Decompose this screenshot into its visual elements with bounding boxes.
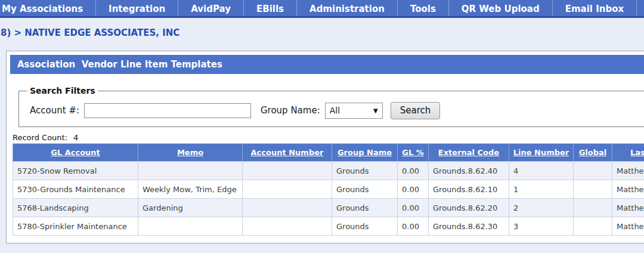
- cell-line-number: 4: [509, 162, 574, 180]
- column-header-memo[interactable]: Memo: [138, 144, 243, 162]
- line-item-templates-table: GL Account Memo Account Number Group Nam…: [13, 143, 644, 236]
- table-row: 5780-Sprinkler Maintenance Grounds 0.00 …: [13, 217, 644, 236]
- cell-line-number: 2: [509, 199, 574, 217]
- cell-memo: Weekly Mow, Trim, Edge: [138, 180, 243, 199]
- column-header-external-code[interactable]: External Code: [429, 144, 509, 162]
- search-filters-legend: Search Filters: [27, 86, 98, 95]
- cell-gl-pct: 0.00: [398, 162, 429, 180]
- main-panel: Association Vendor Line Item Templates S…: [6, 51, 644, 243]
- nav-item-tools[interactable]: Tools: [398, 0, 449, 16]
- account-number-label: Account #:: [30, 105, 79, 116]
- search-button[interactable]: Search: [391, 102, 441, 119]
- cell-account-number: [243, 199, 332, 217]
- cell-group-name: Grounds: [332, 180, 398, 199]
- table-header-row: GL Account Memo Account Number Group Nam…: [13, 144, 644, 162]
- cell-external-code: Grounds.8.62.20: [429, 199, 509, 217]
- cell-gl-pct: 0.00: [398, 180, 429, 199]
- table-row: 5720-Snow Removal Grounds 0.00 Grounds.8…: [13, 162, 644, 180]
- top-nav-bar: My Associations Integration AvidPay EBil…: [0, 0, 644, 18]
- cell-global: [574, 199, 612, 217]
- cell-group-name: Grounds: [332, 217, 398, 236]
- column-header-gl-pct[interactable]: GL %: [398, 144, 429, 162]
- cell-account-number: [243, 217, 332, 236]
- record-count-label: Record Count:: [13, 133, 67, 142]
- cell-last-modified: Matthew: [612, 180, 644, 199]
- cell-account-number: [243, 162, 332, 180]
- column-header-global[interactable]: Global: [574, 144, 612, 162]
- column-header-line-number[interactable]: Line Number: [509, 144, 574, 162]
- cell-line-number: 3: [509, 217, 574, 236]
- cell-gl-account: 5768-Landscaping: [13, 199, 138, 217]
- table-row: 5768-Landscaping Gardening Grounds 0.00 …: [13, 199, 644, 217]
- cell-gl-account: 5720-Snow Removal: [13, 162, 138, 180]
- cell-gl-pct: 0.00: [398, 217, 429, 236]
- nav-item-avidpay[interactable]: AvidPay: [178, 0, 244, 16]
- group-name-selected-value: All: [330, 106, 340, 115]
- chevron-down-icon: ▼: [373, 107, 378, 114]
- cell-global: [574, 217, 612, 236]
- page-title: Association Vendor Line Item Templates: [10, 55, 644, 74]
- record-count: Record Count:4: [13, 133, 644, 142]
- nav-item-integration[interactable]: Integration: [96, 0, 178, 16]
- cell-last-modified: Matthew: [612, 162, 644, 180]
- group-name-label: Group Name:: [261, 105, 320, 116]
- nav-item-administration[interactable]: Administration: [297, 0, 398, 16]
- cell-memo: [138, 217, 243, 236]
- cell-external-code: Grounds.8.62.30: [429, 217, 509, 236]
- cell-line-number: 1: [509, 180, 574, 199]
- cell-memo: Gardening: [138, 199, 243, 217]
- nav-item-qr-web-upload[interactable]: QR Web Upload: [449, 0, 553, 16]
- cell-gl-account: 5780-Sprinkler Maintenance: [13, 217, 138, 236]
- column-header-account-number[interactable]: Account Number: [243, 144, 332, 162]
- nav-item-purchase[interactable]: Purchase: [637, 0, 644, 16]
- nav-item-my-associations[interactable]: My Associations: [0, 0, 96, 16]
- cell-memo: [138, 162, 243, 180]
- column-header-group-name[interactable]: Group Name: [332, 144, 398, 162]
- cell-global: [574, 180, 612, 199]
- nav-item-ebills[interactable]: EBills: [244, 0, 297, 16]
- record-count-value: 4: [73, 133, 78, 142]
- cell-gl-pct: 0.00: [398, 199, 429, 217]
- nav-item-email-inbox[interactable]: Email Inbox: [553, 0, 637, 16]
- cell-group-name: Grounds: [332, 199, 398, 217]
- cell-group-name: Grounds: [332, 162, 398, 180]
- table-row: 5730-Grounds Maintenance Weekly Mow, Tri…: [13, 180, 644, 199]
- search-filters-fieldset: Search Filters Account #: Group Name: Al…: [18, 86, 644, 127]
- cell-last-modified: Matthew: [612, 217, 644, 236]
- column-header-gl-account[interactable]: GL Account: [13, 144, 138, 162]
- cell-external-code: Grounds.8.62.10: [429, 180, 509, 199]
- account-number-input[interactable]: [84, 103, 251, 118]
- cell-global: [574, 162, 612, 180]
- cell-gl-account: 5730-Grounds Maintenance: [13, 180, 138, 199]
- cell-last-modified: Matthew: [612, 199, 644, 217]
- search-filters-row: Account #: Group Name: All ▼ Search: [26, 101, 644, 119]
- column-header-last-modified[interactable]: Last Modified: [612, 144, 644, 162]
- cell-account-number: [243, 180, 332, 199]
- cell-external-code: Grounds.8.62.40: [429, 162, 509, 180]
- group-name-select[interactable]: All ▼: [325, 103, 383, 119]
- breadcrumb[interactable]: 8) > NATIVE EDGE ASSOCIATES, INC: [0, 18, 644, 38]
